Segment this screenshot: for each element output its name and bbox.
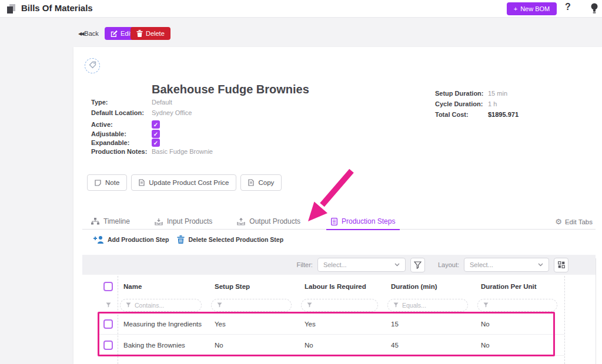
column-header-name[interactable]: Name (118, 283, 209, 290)
cell-labour: No (299, 342, 385, 349)
table-row[interactable]: Measuring the Ingredients Yes Yes 15 No (99, 314, 564, 335)
filter-input-duration-per-unit-field[interactable] (492, 302, 551, 309)
cell-name: Measuring the Ingredients (118, 321, 209, 328)
back-label: Back (84, 30, 98, 37)
copy-icon (248, 179, 254, 186)
filter-input-labour[interactable] (301, 299, 378, 312)
filter-input-name[interactable] (120, 299, 202, 312)
column-header-setup-step[interactable]: Setup Step (209, 283, 299, 290)
bills-of-materials-icon (6, 4, 16, 16)
type-label: Type: (91, 99, 152, 106)
production-notes-value: Basic Fudge Brownie (152, 148, 213, 155)
copy-button[interactable]: Copy (240, 174, 282, 191)
filter-input-setup-step-field[interactable] (226, 302, 286, 309)
tab-input-products-label: Input Products (167, 217, 212, 225)
tab-timeline[interactable]: Timeline (91, 214, 130, 230)
cell-setup-step: Yes (209, 321, 299, 328)
row-checkbox[interactable] (103, 341, 113, 350)
edit-tabs-button[interactable]: ⚙ Edit Tabs (555, 214, 593, 230)
production-steps-toolbar: Add Production Step Delete Selected Prod… (93, 235, 283, 244)
filter-select-value: Select... (323, 261, 347, 268)
cell-labour: Yes (299, 321, 385, 328)
tab-output-products[interactable]: Output Products (237, 214, 300, 230)
plus-icon: + (514, 5, 517, 12)
new-bom-label: New BOM (520, 5, 550, 12)
note-label: Note (105, 179, 119, 186)
active-checkbox[interactable]: ✓ (152, 120, 160, 129)
chevron-down-icon (538, 263, 543, 267)
tag-badge (85, 58, 100, 73)
layout-grid-button[interactable] (554, 258, 568, 272)
default-location-value: Sydney Office (152, 109, 192, 116)
column-header-labour-is-required[interactable]: Labour Is Required (299, 283, 385, 290)
setup-duration-value: 15 min (488, 90, 507, 97)
filter-input-duration-field[interactable] (402, 302, 462, 309)
lightbulb-icon[interactable] (590, 2, 598, 16)
edit-tabs-label: Edit Tabs (565, 218, 593, 225)
adjustable-checkbox[interactable]: ✓ (152, 130, 160, 138)
expandable-checkbox[interactable]: ✓ (152, 139, 160, 147)
tab-production-steps[interactable]: Production Steps (331, 214, 395, 230)
tray-in-icon (155, 218, 163, 225)
funnel-small-icon (217, 302, 222, 308)
cell-setup-step: No (209, 342, 299, 349)
note-icon (95, 180, 101, 186)
new-bom-button[interactable]: + New BOM (507, 2, 557, 15)
filter-builder-button[interactable] (410, 258, 425, 272)
total-cost-value: $1895.971 (488, 111, 519, 118)
update-product-cost-price-button[interactable]: Update Product Cost Price (131, 174, 236, 191)
check-icon: ✓ (153, 131, 158, 137)
total-cost-label: Total Cost: (435, 111, 488, 118)
layout-label: Layout: (438, 261, 459, 268)
filter-bar: Filter: Select... Layout: Select... (82, 255, 596, 275)
back-button[interactable]: ◀◀ Back (78, 30, 99, 37)
filter-input-duration-per-unit[interactable] (477, 299, 557, 312)
filter-input-setup-step[interactable] (211, 299, 292, 312)
row-checkbox[interactable] (103, 319, 113, 329)
type-value: Default (152, 99, 172, 106)
production-steps-icon (331, 218, 337, 225)
delete-button[interactable]: Delete (131, 27, 170, 40)
production-notes-label: Production Notes: (91, 148, 152, 155)
table-row[interactable]: Baking the Brownies No No 45 No (99, 335, 564, 356)
cycle-duration-label: Cycle Duration: (435, 100, 488, 107)
layout-select[interactable]: Select... (464, 258, 549, 272)
secondary-actions: Note Update Product Cost Price Copy (87, 174, 282, 191)
edit-pencil-icon (111, 30, 118, 37)
document-icon (139, 179, 145, 186)
add-production-step-button[interactable]: Add Production Step (93, 235, 169, 244)
page-title: Bills Of Materials (21, 3, 93, 13)
tab-production-steps-label: Production Steps (342, 217, 395, 225)
cell-duration: 45 (385, 342, 475, 349)
table-right-edge (564, 276, 565, 364)
check-icon: ✓ (153, 122, 158, 128)
delete-label: Delete (146, 30, 165, 37)
table-filter-row (99, 296, 564, 314)
expandable-label: Expandable: (91, 139, 152, 146)
select-all-checkbox[interactable] (103, 282, 113, 291)
column-header-duration-per-unit[interactable]: Duration Per Unit (475, 283, 564, 290)
help-icon[interactable]: ? (565, 2, 571, 12)
tab-bar: Timeline Input Products Output Products … (82, 214, 596, 230)
filter-input-duration[interactable] (387, 299, 468, 312)
note-button[interactable]: Note (87, 174, 127, 191)
column-header-duration-min[interactable]: Duration (min) (385, 283, 475, 290)
filter-input-labour-field[interactable] (316, 302, 372, 309)
column-divider (118, 276, 118, 364)
add-person-icon (93, 235, 104, 244)
grid-icon (558, 261, 565, 268)
cell-name: Baking the Brownies (118, 342, 209, 349)
filter-input-name-field[interactable] (135, 302, 196, 309)
delete-selected-production-step-button[interactable]: Delete Selected Production Step (177, 235, 283, 244)
filter-select[interactable]: Select... (317, 258, 406, 272)
check-icon: ✓ (153, 140, 158, 146)
trash-blue-icon (177, 235, 185, 244)
tag-icon (89, 60, 96, 71)
funnel-icon (414, 261, 422, 269)
add-production-step-label: Add Production Step (108, 236, 169, 243)
cycle-duration-value: 1 h (488, 100, 497, 107)
active-label: Active: (91, 121, 152, 128)
back-icon: ◀◀ (78, 31, 83, 36)
tab-input-products[interactable]: Input Products (155, 214, 212, 230)
funnel-small-icon[interactable] (106, 302, 111, 308)
